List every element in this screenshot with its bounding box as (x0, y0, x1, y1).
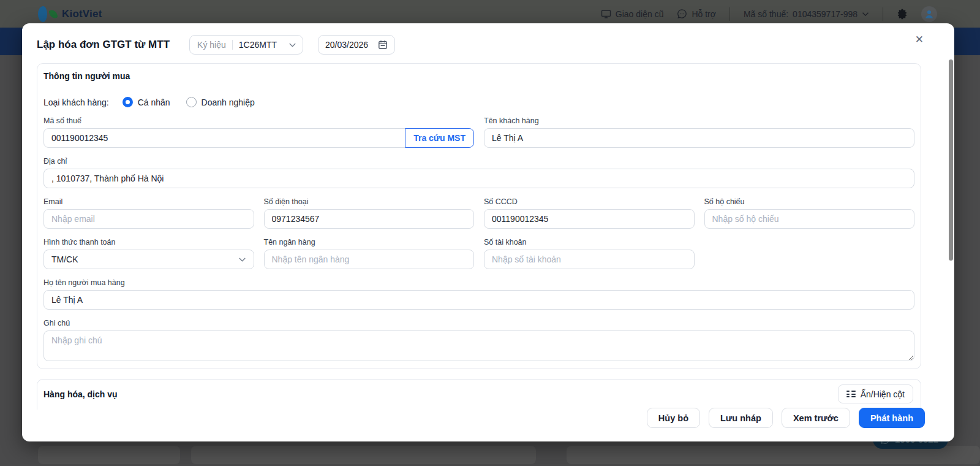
cccd-label: Số CCCD (484, 197, 695, 206)
user-avatar[interactable] (921, 6, 937, 22)
close-icon[interactable]: ✕ (915, 34, 924, 45)
customer-type-row: Loại khách hàng: Cá nhân Doanh nghiệp (43, 97, 914, 107)
cccd-group: Số CCCD (484, 197, 695, 229)
passport-input[interactable] (704, 209, 915, 229)
tax-id-value: 0104359717-998 (793, 9, 858, 19)
brand-name: KiotViet (62, 8, 102, 20)
bank-name-input[interactable] (264, 250, 475, 269)
items-section: Hàng hóa, dịch vụ Ẩn/Hiện cột (37, 379, 921, 410)
address-input[interactable] (43, 169, 914, 188)
radio-checked-icon (123, 97, 133, 107)
modal-header: Lập hóa đơn GTGT từ MTT Ký hiệu 1C26MTT … (22, 23, 954, 55)
buyer-info-section: Thông tin người mua Loại khách hàng: Cá … (37, 63, 921, 369)
person-icon (924, 9, 935, 20)
phone-label: Số điện thoại (264, 197, 475, 206)
date-value: 20/03/2026 (325, 40, 368, 50)
tax-id-menu[interactable]: Mã số thuế: 0104359717-998 (744, 9, 869, 19)
customer-name-group: Tên khách hàng (484, 116, 914, 148)
logo-leaf-green-icon (48, 9, 58, 18)
tax-id-label: Mã số thuế: (744, 9, 788, 19)
bank-account-input[interactable] (484, 250, 695, 269)
buyer-name-row: Họ tên người mua hàng (43, 278, 914, 310)
preview-button[interactable]: Xem trước (782, 408, 850, 428)
bank-name-group: Tên ngân hàng (264, 238, 475, 269)
buyer-name-label: Họ tên người mua hàng (43, 278, 914, 287)
tax-code-input[interactable] (43, 128, 405, 148)
tax-code-label: Mã số thuế (43, 116, 474, 125)
publish-button[interactable]: Phát hành (859, 408, 925, 428)
phone-input[interactable] (264, 209, 475, 229)
divider (232, 40, 233, 50)
logo-leaf-blue-icon (38, 6, 47, 22)
columns-icon (846, 391, 856, 397)
gear-icon (897, 9, 908, 20)
radio-unchecked-icon (186, 97, 197, 107)
items-section-heading: Hàng hóa, dịch vụ (43, 389, 118, 399)
cccd-input[interactable] (484, 209, 695, 229)
toggle-columns-button[interactable]: Ẩn/Hiện cột (838, 384, 913, 403)
topbar-divider (729, 7, 730, 21)
payment-method-value: TM/CK (51, 254, 78, 264)
address-row: Địa chỉ (43, 157, 914, 188)
buyer-name-input[interactable] (43, 290, 914, 310)
radio-business[interactable]: Doanh nghiệp (186, 97, 255, 107)
buyer-section-heading: Thông tin người mua (43, 71, 914, 81)
payment-method-group: Hình thức thanh toán TM/CK (43, 238, 254, 269)
old-interface-link[interactable]: Giao diện cũ (601, 9, 664, 19)
monitor-icon (601, 9, 611, 19)
phone-group: Số điện thoại (264, 197, 475, 229)
radio-personal-label: Cá nhân (138, 97, 170, 107)
chevron-down-icon (288, 42, 296, 48)
tax-code-group: Mã số thuế Tra cứu MST (43, 116, 474, 148)
topbar-divider (883, 7, 883, 21)
chevron-down-icon (862, 12, 869, 17)
radio-personal[interactable]: Cá nhân (123, 97, 170, 107)
note-row: Ghi chú (43, 319, 914, 361)
modal-scrollbar[interactable] (949, 59, 953, 261)
symbol-value: 1C26MTT (239, 40, 288, 50)
create-invoice-modal: Lập hóa đơn GTGT từ MTT Ký hiệu 1C26MTT … (22, 23, 954, 441)
calendar-icon (378, 40, 388, 50)
radio-business-label: Doanh nghiệp (202, 97, 255, 107)
brand-logo[interactable]: KiotViet (38, 6, 102, 23)
passport-label: Số hộ chiếu (704, 197, 915, 206)
settings-button[interactable] (897, 9, 908, 20)
email-label: Email (43, 197, 254, 206)
toggle-columns-label: Ẩn/Hiện cột (861, 389, 905, 399)
modal-title: Lập hóa đơn GTGT từ MTT (37, 39, 170, 51)
note-textarea[interactable] (43, 330, 914, 361)
empty-cell (704, 238, 915, 269)
customer-name-input[interactable] (484, 128, 914, 148)
bank-account-group: Số tài khoản (484, 238, 695, 269)
modal-footer: Hủy bỏ Lưu nháp Xem trước Phát hành (647, 408, 925, 428)
dimmed-background-card (38, 446, 180, 464)
symbol-label: Ký hiệu (197, 40, 226, 50)
support-label: Hỗ trợ (692, 9, 716, 19)
email-input[interactable] (43, 209, 254, 229)
customer-name-label: Tên khách hàng (484, 116, 914, 125)
customer-type-label: Loại khách hàng: (43, 97, 109, 107)
contact-row: Email Số điện thoại Số CCCD Số hộ chiếu (43, 197, 914, 229)
address-label: Địa chỉ (43, 157, 914, 166)
bank-name-label: Tên ngân hàng (264, 238, 475, 246)
dimmed-background-card (191, 446, 536, 464)
note-label: Ghi chú (43, 319, 914, 327)
email-group: Email (43, 197, 254, 229)
payment-method-label: Hình thức thanh toán (43, 238, 254, 246)
invoice-symbol-select[interactable]: Ký hiệu 1C26MTT (189, 35, 303, 55)
cancel-button[interactable]: Hủy bỏ (647, 408, 700, 428)
chat-icon (677, 9, 687, 19)
passport-group: Số hộ chiếu (704, 197, 915, 229)
old-interface-label: Giao diện cũ (616, 9, 664, 19)
invoice-date-picker[interactable]: 20/03/2026 (318, 35, 395, 55)
support-link[interactable]: Hỗ trợ (677, 9, 716, 19)
payment-method-select[interactable]: TM/CK (43, 250, 254, 269)
kiotviet-logo-icon (38, 6, 58, 23)
bank-account-label: Số tài khoản (484, 238, 695, 246)
lookup-mst-button[interactable]: Tra cứu MST (405, 128, 474, 148)
payment-row: Hình thức thanh toán TM/CK Tên ngân hàng… (43, 238, 914, 269)
chevron-down-icon (238, 257, 246, 262)
tax-row: Mã số thuế Tra cứu MST Tên khách hàng (43, 116, 914, 148)
save-draft-button[interactable]: Lưu nháp (709, 408, 773, 428)
